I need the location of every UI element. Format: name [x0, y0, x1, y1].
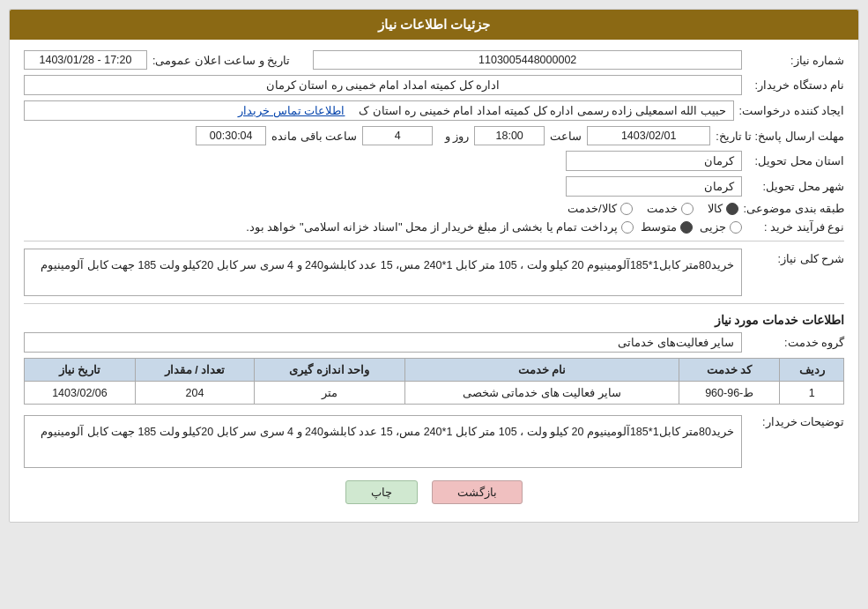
reply-date-value: 1403/02/01 [587, 126, 710, 145]
need-number-value: 1103005448000002 [313, 50, 742, 70]
col-service-name: نام خدمت [404, 359, 679, 382]
subject-kala-label: کالا [708, 202, 723, 215]
page-header: جزئیات اطلاعات نیاز [10, 10, 858, 40]
creator-contact-link[interactable]: اطلاعات تماس خریدار [238, 104, 345, 117]
remaining-value: 00:30:04 [196, 126, 266, 145]
province-value: کرمان [566, 151, 742, 171]
col-unit: واحد اندازه گیری [255, 359, 405, 382]
buyer-desc-label: توضیحات خریدار: [747, 415, 844, 428]
need-description-text: خرید80متر کابل1*185آلومینیوم 20 کیلو ولت… [41, 259, 734, 271]
purchase-option-motavaset[interactable]: متوسط [641, 220, 693, 234]
service-group-label: گروه خدمت: [747, 336, 844, 349]
service-group-value: سایر فعالیت‌های خدماتی [24, 332, 742, 353]
cell-row-num: 1 [780, 382, 844, 405]
back-button[interactable]: بازگشت [432, 480, 523, 504]
creator-value: حبیب الله اسمعیلی زاده رسمی اداره کل کمی… [24, 100, 734, 121]
purchase-asnad-label: پرداخت تمام یا بخشی از مبلغ خریدار از مح… [246, 220, 618, 234]
reply-deadline-label: مهلت ارسال پاسخ: تا تاریخ: [716, 130, 844, 143]
col-date: تاریخ نیاز [25, 359, 136, 382]
org-name-label: نام دستگاه خریدار: [747, 78, 844, 92]
purchase-radio-jozei [730, 221, 742, 234]
subject-khedmat-label: خدمت [647, 202, 678, 215]
province-label: استان محل تحویل: [747, 154, 844, 167]
purchase-type-radio-group: جزیی متوسط پرداخت تمام یا بخشی از مبلغ خ… [246, 220, 742, 234]
col-service-code: کد خدمت [679, 359, 780, 382]
reply-days-label: روز و [438, 130, 469, 143]
table-row: 1 ط-96-960 سایر فعالیت های خدماتی شخصی م… [25, 382, 844, 405]
subject-label: طبقه بندی موضوعی: [744, 202, 844, 215]
service-info-title: اطلاعات خدمات مورد نیاز [24, 313, 844, 327]
subject-option-kala[interactable]: کالا [708, 202, 738, 215]
buyer-description-text: خرید80متر کابل1*185آلومینیوم 20 کیلو ولت… [41, 426, 734, 438]
cell-quantity: 204 [135, 382, 254, 405]
reply-time-value: 18:00 [474, 126, 545, 145]
purchase-radio-asnad [621, 221, 634, 234]
page-title: جزئیات اطلاعات نیاز [378, 17, 490, 32]
cell-unit: متر [255, 382, 405, 405]
subject-radio-group: کالا خدمت کالا/خدمت [568, 202, 738, 215]
reply-time-label: ساعت [550, 130, 582, 143]
buyer-description-box: خرید80متر کابل1*185آلومینیوم 20 کیلو ولت… [24, 415, 742, 468]
subject-option-khedmat[interactable]: خدمت [647, 202, 694, 215]
subject-kala-khedmat-label: کالا/خدمت [568, 202, 617, 215]
col-row-num: ردیف [780, 359, 844, 382]
subject-radio-kala [726, 203, 738, 215]
purchase-jozei-label: جزیی [700, 220, 726, 234]
services-table: ردیف کد خدمت نام خدمت واحد اندازه گیری ت… [24, 358, 844, 405]
subject-option-kala-khedmat[interactable]: کالا/خدمت [568, 202, 633, 215]
need-description-box: خرید80متر کابل1*185آلومینیوم 20 کیلو ولت… [24, 249, 742, 296]
cell-date: 1403/02/06 [25, 382, 136, 405]
city-label: شهر محل تحویل: [747, 180, 844, 193]
creator-label: ایجاد کننده درخواست: [739, 104, 844, 117]
reply-days-value: 4 [362, 126, 433, 145]
cell-service-name: سایر فعالیت های خدماتی شخصی [404, 382, 679, 405]
action-buttons: بازگشت چاپ [24, 480, 844, 504]
print-button[interactable]: چاپ [345, 480, 418, 504]
purchase-type-label: نوع فرآیند خرید : [747, 220, 844, 234]
subject-radio-khedmat [681, 203, 694, 215]
announce-time-value: 1403/01/28 - 17:20 [24, 50, 147, 70]
remaining-label: ساعت باقی مانده [271, 130, 357, 143]
need-description-label: شرح کلی نیاز: [747, 252, 844, 265]
cell-service-code: ط-96-960 [679, 382, 780, 405]
subject-radio-kala-khedmat [620, 203, 633, 215]
purchase-motavaset-label: متوسط [641, 220, 677, 234]
announce-time-label: تاریخ و ساعت اعلان عمومی: [152, 54, 290, 67]
purchase-option-asnad[interactable]: پرداخت تمام یا بخشی از مبلغ خریدار از مح… [246, 220, 634, 234]
need-number-label: شماره نیاز: [747, 54, 844, 67]
city-value: کرمان [566, 176, 742, 197]
org-name-value: اداره کل کمیته امداد امام خمینی ره استان… [24, 75, 742, 95]
purchase-option-jozei[interactable]: جزیی [700, 220, 742, 234]
col-quantity: تعداد / مقدار [135, 359, 254, 382]
purchase-radio-motavaset [680, 221, 693, 234]
